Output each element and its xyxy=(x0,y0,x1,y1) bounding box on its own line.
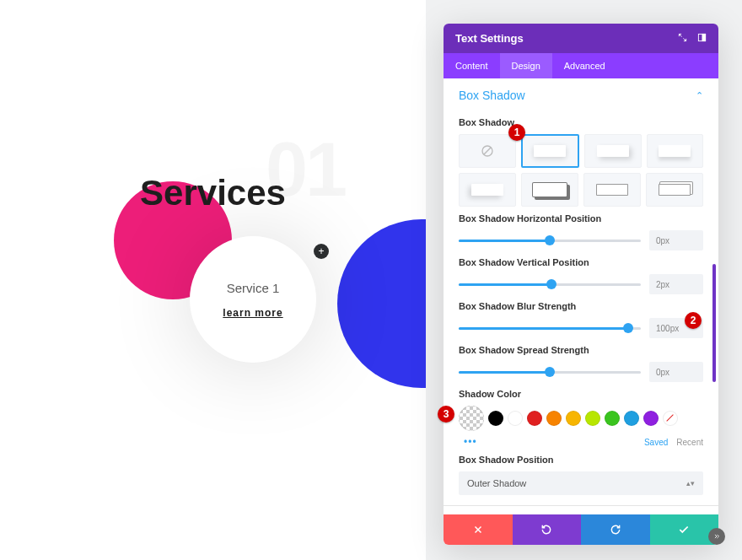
label-h-pos: Box Shadow Horizontal Position xyxy=(459,213,703,223)
preset-5[interactable] xyxy=(521,173,578,207)
tab-content[interactable]: Content xyxy=(444,53,500,78)
svg-line-3 xyxy=(484,148,491,154)
color-swatches xyxy=(459,406,703,431)
svg-rect-1 xyxy=(702,34,706,40)
preset-7[interactable] xyxy=(646,173,703,207)
undo-button[interactable] xyxy=(513,514,582,545)
annotation-badge-1: 1 xyxy=(508,124,525,141)
swatch-blue[interactable] xyxy=(624,411,639,426)
preset-3[interactable] xyxy=(647,134,704,168)
shadow-presets xyxy=(459,134,703,207)
chevron-up-icon: ⌃ xyxy=(696,90,703,101)
swatch-white[interactable] xyxy=(508,411,523,426)
confirm-button[interactable] xyxy=(650,514,719,545)
label-shadow-position: Box Shadow Position xyxy=(459,455,703,465)
resize-handle[interactable] xyxy=(708,528,725,545)
slider-v-pos[interactable] xyxy=(459,283,641,286)
panel-body: Box Shadow ⌃ Box Shadow xyxy=(444,78,718,514)
swatch-green[interactable] xyxy=(605,411,620,426)
scrollbar[interactable] xyxy=(712,264,716,382)
slider-spread[interactable] xyxy=(459,371,641,374)
label-box-shadow: Box Shadow xyxy=(459,117,703,127)
tab-design[interactable]: Design xyxy=(500,53,552,78)
label-shadow-color: Shadow Color xyxy=(459,389,703,399)
value-spread[interactable]: 0px xyxy=(649,362,703,382)
select-shadow-position[interactable]: Outer Shadow ▴▾ xyxy=(459,471,703,495)
saved-colors-link[interactable]: Saved xyxy=(644,438,668,447)
value-h-pos[interactable]: 0px xyxy=(649,230,703,250)
slider-blur[interactable] xyxy=(459,327,641,330)
swatch-purple[interactable] xyxy=(643,411,659,426)
decoration-blue-circle xyxy=(337,219,426,388)
select-value: Outer Shadow xyxy=(467,478,526,488)
swatch-yellow[interactable] xyxy=(566,411,581,426)
expand-icon[interactable] xyxy=(678,33,687,44)
preset-6[interactable] xyxy=(583,173,641,207)
service-card-title: Service 1 xyxy=(227,281,280,295)
section-title: Box Shadow xyxy=(459,89,525,102)
services-heading: Services xyxy=(0,173,426,213)
snap-icon[interactable] xyxy=(697,33,707,44)
dropdown-icon: ▴▾ xyxy=(686,479,695,487)
preset-4[interactable] xyxy=(459,173,516,207)
label-blur: Box Shadow Blur Strength xyxy=(459,301,703,311)
cancel-button[interactable] xyxy=(444,514,513,545)
section-filters-header[interactable]: Filters ⌄ xyxy=(444,505,718,514)
recent-colors-link[interactable]: Recent xyxy=(676,438,703,447)
annotation-badge-2: 2 xyxy=(685,312,702,329)
annotation-badge-3: 3 xyxy=(438,406,454,423)
settings-tabs: Content Design Advanced xyxy=(444,53,718,78)
swatch-red[interactable] xyxy=(527,411,542,426)
settings-panel: Text Settings Content Design Advanced Bo… xyxy=(444,24,718,545)
swatch-none[interactable] xyxy=(663,411,678,426)
more-colors-icon[interactable]: ••• xyxy=(464,436,477,448)
value-v-pos[interactable]: 2px xyxy=(649,274,703,294)
tab-advanced[interactable]: Advanced xyxy=(552,53,617,78)
service-card[interactable]: Service 1 learn more xyxy=(190,236,316,363)
add-module-button[interactable]: + xyxy=(314,244,329,259)
swatch-current[interactable] xyxy=(459,406,484,431)
section-box-shadow-header[interactable]: Box Shadow ⌃ xyxy=(444,78,718,110)
panel-header[interactable]: Text Settings xyxy=(444,24,718,53)
panel-actions xyxy=(444,514,718,545)
swatch-lime[interactable] xyxy=(585,411,600,426)
preset-2[interactable] xyxy=(584,134,642,168)
preset-none[interactable] xyxy=(459,134,516,168)
label-v-pos: Box Shadow Vertical Position xyxy=(459,257,703,267)
label-spread: Box Shadow Spread Strength xyxy=(459,345,703,355)
slider-h-pos[interactable] xyxy=(459,240,641,242)
learn-more-link[interactable]: learn more xyxy=(223,307,282,319)
redo-button[interactable] xyxy=(581,514,650,545)
swatch-orange[interactable] xyxy=(546,411,562,426)
swatch-black[interactable] xyxy=(488,411,503,426)
panel-title: Text Settings xyxy=(455,32,524,45)
preview-pane: 01 Services Service 1 learn more + xyxy=(0,0,426,560)
preset-1[interactable] xyxy=(521,134,580,168)
